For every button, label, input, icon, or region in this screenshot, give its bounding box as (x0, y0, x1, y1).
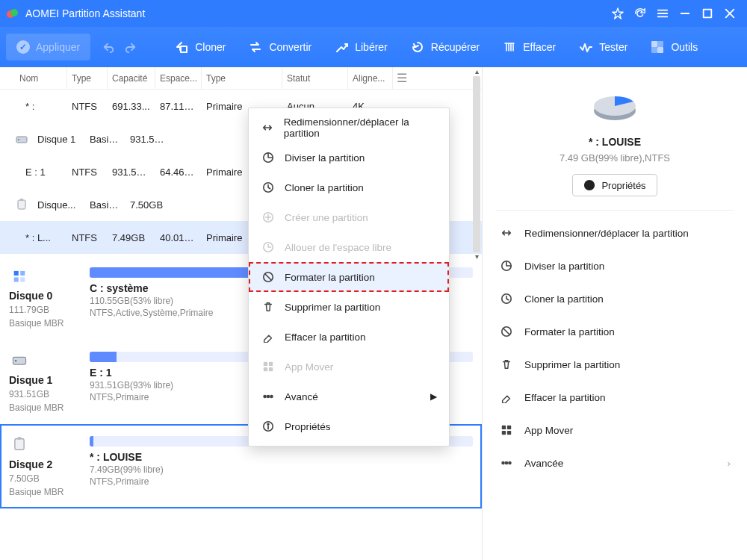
volume-subtitle: 7.49 GB(99% libre),NTFS (496, 152, 734, 164)
minimize-icon[interactable] (674, 0, 696, 27)
ctx-split[interactable]: Diviser la partition (249, 143, 449, 172)
table-scrollbar[interactable]: ▴▾ (473, 67, 480, 261)
action-clone-time[interactable]: Cloner la partition (496, 282, 734, 315)
format-icon (499, 324, 514, 339)
toolbar-convertir[interactable]: Convertir (238, 34, 322, 60)
clone-time-icon (261, 180, 276, 195)
convert-icon (248, 40, 263, 55)
split-icon (499, 258, 514, 273)
toolbar-tester[interactable]: Tester (568, 34, 638, 60)
erase-icon (261, 329, 276, 344)
ssd-icon (9, 267, 33, 285)
dots-icon (499, 455, 514, 470)
col-capacite[interactable]: Capacité (108, 67, 155, 89)
properties-label: Propriétés (601, 180, 645, 191)
action-trash[interactable]: Supprimer la partition (496, 348, 734, 381)
toolbar-outils[interactable]: Outils (639, 34, 708, 60)
right-panel: * : LOUISE 7.49 GB(99% libre),NTFS Propr… (483, 67, 747, 560)
toolbar-récupérer[interactable]: Récupérer (400, 34, 490, 60)
test-icon (578, 40, 593, 55)
ctx-alloc: Allouer de l'espace libre (249, 232, 449, 262)
action-split[interactable]: Diviser la partition (496, 249, 734, 282)
col-nom[interactable]: Nom (15, 67, 67, 89)
hdd-icon (9, 352, 33, 370)
trash-icon (261, 299, 276, 314)
info-icon (261, 419, 276, 434)
ctx-resize[interactable]: Redimensionner/déplacer la partition (249, 113, 449, 143)
format-icon (261, 270, 276, 284)
titlebar: AOMEI Partition Assistant (0, 0, 747, 27)
ctx-erase[interactable]: Effacer la partition (249, 322, 449, 352)
col-statut[interactable]: Statut (282, 67, 348, 89)
ctx-format[interactable]: Formater la partition (249, 262, 449, 292)
check-icon: ✓ (16, 40, 30, 54)
split-icon (261, 150, 276, 165)
ctx-dots[interactable]: Avancé▶ (249, 382, 449, 411)
trash-icon (499, 357, 514, 372)
toolbar-cloner[interactable]: Cloner (164, 34, 236, 60)
hdd-icon (10, 132, 33, 146)
ctx-trash[interactable]: Supprimer la partition (249, 292, 449, 322)
action-erase[interactable]: Effacer la partition (496, 381, 734, 414)
toolbar-effacer[interactable]: Effacer (492, 34, 566, 60)
ctx-grid: App Mover (249, 352, 449, 382)
redo-button[interactable] (122, 38, 140, 56)
col-aligne[interactable]: Aligne... (348, 67, 393, 89)
create-icon (261, 210, 276, 225)
pie-chart-icon (496, 88, 734, 125)
shred-icon (502, 40, 517, 55)
col-espace[interactable]: Espace... (155, 67, 202, 89)
grid-icon (261, 359, 276, 374)
close-icon[interactable] (719, 0, 741, 27)
apply-label: Appliquer (36, 41, 80, 53)
resize-icon (499, 225, 514, 240)
free-icon (334, 40, 349, 55)
partition-context-menu: Redimensionner/déplacer la partitionDivi… (248, 108, 450, 447)
ctx-clone-time[interactable]: Cloner la partition (249, 172, 449, 202)
usb-icon (10, 198, 33, 211)
action-format[interactable]: Formater la partition (496, 315, 734, 348)
apply-button[interactable]: ✓ Appliquer (6, 34, 90, 60)
chevron-right-icon: › (728, 458, 731, 469)
clone-icon (174, 40, 189, 55)
burger-menu-icon[interactable] (651, 0, 674, 27)
usb-icon (9, 436, 33, 454)
app-title: AOMEI Partition Assistant (25, 7, 145, 19)
app-logo-icon (6, 7, 19, 20)
favorite-icon[interactable] (607, 0, 629, 27)
dots-icon (261, 389, 276, 404)
action-dots[interactable]: Avancée› (496, 447, 734, 479)
ctx-create: Créer une partition (249, 202, 449, 232)
svg-point-30 (10, 9, 18, 16)
clone-time-icon (499, 291, 514, 306)
erase-icon (499, 390, 514, 405)
toolbar-libérer[interactable]: Libérer (323, 34, 398, 60)
table-header: Nom Type Capacité Espace... Type Statut … (0, 67, 482, 90)
resize-icon (261, 120, 275, 135)
ctx-info[interactable]: Propriétés (249, 411, 449, 441)
chevron-right-icon: ▶ (430, 391, 437, 402)
info-icon (583, 179, 595, 191)
col-options-icon[interactable]: ☰ (393, 67, 411, 89)
action-grid[interactable]: App Mover (496, 414, 734, 447)
refresh-icon[interactable] (629, 0, 651, 27)
grid-icon (499, 423, 514, 438)
action-resize[interactable]: Redimensionner/déplacer la partition (496, 217, 734, 249)
properties-button[interactable]: Propriétés (572, 174, 657, 196)
col-type2[interactable]: Type (202, 67, 282, 89)
alloc-icon (261, 240, 276, 255)
svg-rect-35 (589, 184, 590, 187)
col-type[interactable]: Type (67, 67, 108, 89)
main-toolbar: ✓ Appliquer ClonerConvertirLibérerRécupé… (0, 27, 747, 67)
volume-title: * : LOUISE (496, 136, 734, 148)
undo-button[interactable] (99, 38, 117, 56)
svg-point-34 (589, 182, 590, 184)
maximize-icon[interactable] (696, 0, 719, 27)
tools-icon (650, 40, 665, 55)
recover-icon (410, 40, 425, 55)
